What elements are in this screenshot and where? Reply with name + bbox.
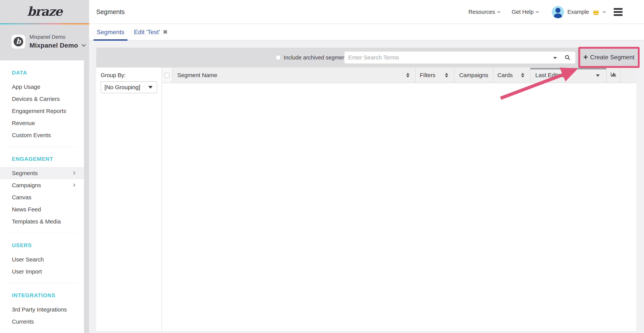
column-label: Filters (420, 72, 436, 79)
user-avatar[interactable] (552, 6, 564, 18)
tab-label: Edit 'Test' (134, 29, 160, 36)
include-archived-label: Include archived segments (284, 55, 350, 61)
create-segment-label: Create Segment (590, 54, 634, 61)
chevron-down-icon (82, 43, 86, 47)
tab-bar: Segments Edit 'Test' ✖ (89, 24, 644, 41)
chevron-down-icon[interactable] (603, 10, 606, 13)
sidebar-item-campaigns[interactable]: Campaigns (0, 179, 84, 191)
active-tab-underline (94, 39, 128, 41)
resources-menu[interactable]: Resources (468, 9, 500, 15)
sidebar-item-user-search[interactable]: User Search (0, 253, 84, 265)
section-title-engagement: ENGAGEMENT (0, 154, 84, 164)
sidebar-item-news-feed[interactable]: News Feed (0, 203, 84, 215)
table-body-empty (162, 83, 636, 331)
sort-icon[interactable] (406, 73, 410, 78)
sidebar-item-templates-media[interactable]: Templates & Media (0, 215, 84, 227)
table-region: Group By: [No Grouping] Segment Name (96, 68, 636, 332)
column-spacer (620, 68, 636, 83)
brand-gradient-divider (0, 23, 89, 24)
select-all-cell (162, 68, 172, 83)
workspace-app-group: Mixpanel Demo (30, 42, 78, 49)
sidebar-item-devices-carriers[interactable]: Devices & Carriers (0, 93, 84, 105)
select-all-checkbox[interactable] (164, 73, 170, 78)
sidebar-item-label: Campaigns (12, 182, 41, 188)
section-title-integrations: INTEGRATIONS (0, 290, 84, 301)
dropdown-caret-icon (148, 86, 152, 89)
group-by-label: Group By: (100, 72, 126, 79)
segments-toolbar: Include archived segments + C (96, 48, 636, 68)
sidebar-item-app-usage[interactable]: App Usage (0, 81, 84, 93)
section-title-data: DATA (0, 67, 84, 78)
dropdown-caret-icon[interactable] (596, 74, 600, 77)
segment-search (344, 52, 576, 64)
hamburger-menu-icon[interactable] (614, 8, 622, 16)
segments-table: Segment Name Filters Campaigns Cards (162, 68, 636, 331)
sidebar-nav: DATA App Usage Devices & Carriers Engage… (0, 61, 84, 328)
column-analytics[interactable] (606, 68, 620, 83)
top-header: Segments Resources Get Help Example (89, 0, 644, 24)
section-title-users: USERS (0, 240, 84, 251)
sidebar-item-engagement-reports[interactable]: Engagement Reports (0, 105, 84, 117)
create-segment-highlight-box: + Create Segment (578, 47, 640, 68)
sidebar-item-custom-events[interactable]: Custom Events (0, 129, 84, 141)
page-title: Segments (96, 8, 125, 16)
column-label: Campaigns (459, 72, 488, 79)
search-input[interactable] (348, 54, 528, 61)
segments-card: Include archived segments + C (96, 48, 636, 332)
sidebar-item-revenue[interactable]: Revenue (0, 117, 84, 129)
main-area: Segments Resources Get Help Example (89, 0, 644, 333)
avatar-person-icon (556, 8, 560, 13)
content-area: Include archived segments + C (89, 41, 644, 333)
column-label: Cards (498, 72, 513, 79)
workspace-monogram: b (14, 37, 23, 47)
crown-icon (592, 9, 600, 16)
sidebar-item-segments[interactable]: Segments (0, 167, 84, 179)
table-header-row: Segment Name Filters Campaigns Cards (162, 68, 636, 83)
column-label: Last Edited (535, 72, 564, 79)
sidebar-item-3rd-party-integrations[interactable]: 3rd Party Integrations (0, 303, 84, 315)
bar-chart-icon (610, 72, 616, 79)
resources-label: Resources (468, 9, 495, 15)
user-name: Example (567, 9, 589, 15)
close-tab-icon[interactable]: ✖ (163, 29, 168, 35)
tab-edit-test[interactable]: Edit 'Test' ✖ (133, 24, 168, 40)
chevron-down-icon (497, 10, 500, 13)
chevron-right-icon (72, 171, 75, 175)
sidebar-item-currents[interactable]: Currents (0, 315, 84, 328)
chevron-right-icon (72, 184, 75, 187)
tab-label: Segments (96, 29, 124, 36)
header-actions: Resources Get Help Example (468, 0, 622, 24)
sort-icon[interactable] (521, 73, 524, 78)
sidebar-item-label: Segments (12, 170, 38, 176)
workspace-icon: b (12, 35, 25, 49)
workspace-selector[interactable]: b Mixpanel Demo Mixpanel Demo (12, 34, 85, 49)
column-filters[interactable]: Filters (415, 68, 454, 83)
column-campaigns[interactable]: Campaigns (454, 68, 493, 83)
column-cards[interactable]: Cards (493, 68, 530, 83)
chevron-down-icon (536, 10, 539, 13)
column-last-edited[interactable]: Last Edited (530, 68, 606, 83)
get-help-menu[interactable]: Get Help (512, 9, 538, 15)
group-by-select[interactable]: [No Grouping] (100, 81, 157, 93)
workspace-company: Mixpanel Demo (30, 34, 85, 40)
include-archived-toggle[interactable]: Include archived segments (276, 48, 350, 68)
create-segment-button[interactable]: + Create Segment (581, 49, 637, 65)
column-active-strip (530, 68, 606, 70)
search-dropdown-caret-icon[interactable] (553, 57, 557, 59)
include-archived-checkbox[interactable] (276, 55, 280, 60)
search-icon[interactable] (565, 55, 570, 61)
sidebar-item-user-import[interactable]: User Import (0, 265, 84, 277)
sidebar-item-canvas[interactable]: Canvas (0, 191, 84, 203)
column-label: Segment Name (177, 72, 217, 79)
braze-logo: braze (0, 0, 89, 19)
sidebar: braze b Mixpanel Demo Mixpanel Demo DATA… (0, 0, 89, 333)
workspace-texts: Mixpanel Demo Mixpanel Demo (30, 34, 85, 49)
group-by-value: [No Grouping] (104, 84, 140, 91)
sort-icon[interactable] (445, 73, 448, 78)
tab-segments[interactable]: Segments (94, 24, 128, 40)
sidebar-header: braze b Mixpanel Demo Mixpanel Demo (0, 0, 89, 61)
sidebar-gutter (84, 61, 89, 333)
plus-icon: + (584, 53, 588, 61)
column-segment-name[interactable]: Segment Name (172, 68, 415, 83)
get-help-label: Get Help (512, 9, 534, 15)
